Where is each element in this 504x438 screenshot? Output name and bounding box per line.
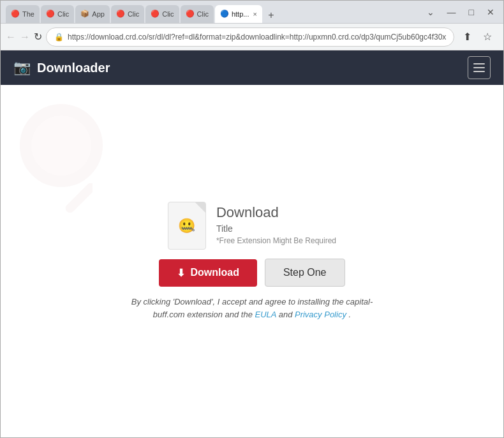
brand-label: Downloader (37, 61, 110, 75)
tab-favicon-6: 🔴 (186, 10, 195, 19)
brand: 📷 Downloader (13, 59, 110, 76)
tab-4[interactable]: 🔴 Clic (111, 5, 144, 23)
tab-close-7[interactable]: × (253, 10, 256, 18)
tab-favicon-4: 🔴 (116, 10, 125, 19)
tab-3[interactable]: 📦 App (75, 5, 110, 23)
tab-2[interactable]: 🔴 Clic (41, 5, 74, 23)
download-button-label: Download (190, 267, 239, 278)
tab-5[interactable]: 🔴 Clic (145, 5, 179, 23)
tab-label-5: Clic (162, 10, 174, 18)
file-note: *Free Extension Might Be Required (216, 236, 336, 245)
brand-icon: 📷 (13, 59, 31, 76)
nav-bar: ← → ↻ 🔒 https://download.crd.co/sr/dl/dl… (1, 24, 503, 50)
step-one-label: Step One (283, 267, 327, 278)
title-bar: 🔴 The 🔴 Clic 📦 App 🔴 Clic 🔴 Clic 🔴 C (1, 1, 503, 24)
file-details: Download Title *Free Extension Might Be … (216, 202, 336, 245)
download-card: 🤐 Download Title *Free Extension Might B… (93, 183, 411, 340)
tab-favicon-7: 🔵 (220, 10, 229, 19)
page-content: 📷 Downloader fish.com (1, 50, 503, 437)
forward-button[interactable]: → (20, 28, 30, 46)
file-info-row: 🤐 Download Title *Free Extension Might B… (118, 202, 386, 250)
sidebar-toggle-button[interactable]: ▭ (499, 28, 504, 46)
browser-window: 🔴 The 🔴 Clic 📦 App 🔴 Clic 🔴 Clic 🔴 C (0, 0, 504, 438)
eula-link[interactable]: EULA (255, 310, 276, 319)
page-navbar: 📷 Downloader (1, 50, 503, 85)
tab-label-7: http... (232, 10, 249, 18)
tab-favicon-1: 🔴 (11, 10, 20, 19)
hamburger-line-3 (473, 71, 485, 72)
hamburger-line-1 (473, 63, 485, 64)
main-content: fish.com 🤐 Download (1, 85, 503, 437)
tab-label-4: Clic (128, 10, 139, 18)
tab-6[interactable]: 🔴 Clic (181, 5, 214, 23)
consent-text: By clicking 'Download', I accept and agr… (131, 296, 373, 321)
download-heading: Download (216, 204, 336, 221)
consent-text-middle: and (279, 310, 295, 319)
download-button[interactable]: ⬇ Download (159, 259, 256, 287)
tabs-area: 🔴 The 🔴 Clic 📦 App 🔴 Clic 🔴 Clic 🔴 C (6, 1, 420, 23)
address-bar[interactable]: 🔒 https://download.crd.co/sr/dl/dl?ref=d… (46, 27, 454, 47)
tab-favicon-3: 📦 (80, 10, 89, 19)
file-label: Title (216, 223, 336, 234)
download-icon: ⬇ (177, 267, 185, 279)
new-tab-button[interactable]: + (263, 8, 279, 23)
file-icon-wrap: 🤐 (168, 202, 206, 250)
share-button[interactable]: ⬆ (458, 28, 476, 46)
window-maximize-button[interactable]: □ (465, 6, 478, 19)
window-minimize-button[interactable]: — (443, 6, 460, 19)
address-text: https://download.crd.co/sr/dl/dl?ref=dl&… (68, 33, 446, 42)
hamburger-line-2 (473, 67, 485, 68)
file-icon-corner (195, 202, 205, 213)
tab-label-2: Clic (57, 10, 69, 18)
hamburger-lines (473, 63, 485, 72)
bookmark-button[interactable]: ☆ (478, 28, 496, 46)
tab-favicon-2: 🔴 (46, 10, 55, 19)
consent-text-after: . (349, 310, 352, 319)
tab-favicon-5: 🔴 (151, 10, 159, 19)
privacy-policy-link[interactable]: Privacy Policy (295, 310, 346, 319)
step-one-button[interactable]: Step One (265, 259, 345, 287)
tab-7-active[interactable]: 🔵 http... × (215, 5, 262, 23)
lock-icon: 🔒 (54, 33, 64, 42)
hamburger-menu-button[interactable] (468, 56, 491, 79)
magnifier-circle (20, 104, 103, 187)
back-button[interactable]: ← (6, 28, 16, 46)
tab-label-6: Clic (197, 10, 209, 18)
window-close-button[interactable]: ✕ (483, 6, 498, 19)
file-icon-bg: 🤐 (168, 202, 206, 250)
window-controls: ⌄ — □ ✕ (423, 6, 498, 19)
tab-label-1: The (22, 10, 34, 18)
file-icon-symbol: 🤐 (178, 218, 195, 234)
buttons-row: ⬇ Download Step One (159, 259, 345, 287)
tab-label-3: App (92, 10, 105, 18)
window-chevron-down[interactable]: ⌄ (423, 6, 438, 19)
tab-1[interactable]: 🔴 The (6, 5, 40, 23)
refresh-button[interactable]: ↻ (34, 28, 42, 46)
nav-actions: ⬆ ☆ ▭ 👤 ⋮ (458, 28, 504, 46)
